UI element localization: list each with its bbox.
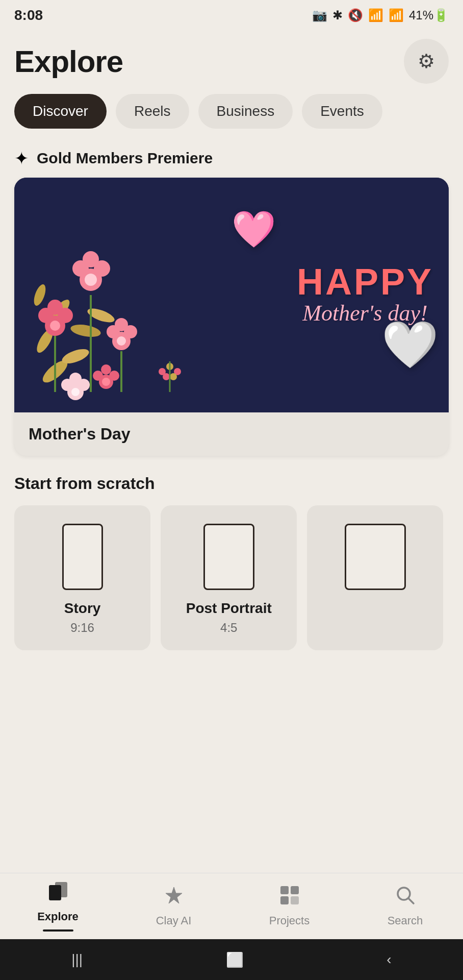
tab-discover[interactable]: Discover (14, 94, 107, 129)
settings-button[interactable]: ⚙ (404, 39, 449, 84)
happy-text: HAPPY (297, 263, 433, 300)
camera-icon: 📷 (312, 8, 327, 22)
story-format-name: Story (64, 600, 101, 617)
svg-point-39 (163, 373, 170, 380)
heart-decoration-1: 🩷 (232, 208, 276, 250)
tab-business[interactable]: Business (198, 94, 293, 129)
svg-rect-42 (55, 882, 67, 897)
svg-point-20 (115, 318, 128, 331)
svg-point-31 (71, 388, 80, 396)
svg-point-26 (102, 378, 110, 386)
format-card-extra[interactable]: ··· (307, 505, 443, 650)
scratch-section: Start from scratch Story 9:16 Post Portr… (0, 474, 463, 665)
explore-icon (48, 881, 68, 906)
status-icons: 📷 ✱ 🔇 📶 📶 41%🔋 (312, 8, 449, 22)
gear-icon: ⚙ (418, 50, 435, 72)
tab-reels[interactable]: Reels (116, 94, 189, 129)
svg-point-15 (47, 300, 63, 315)
svg-line-48 (408, 898, 414, 903)
portrait-format-icon (203, 524, 254, 590)
gold-star-icon: ✦ (14, 148, 29, 168)
android-home-icon[interactable]: ⬜ (226, 951, 244, 968)
svg-rect-45 (280, 896, 289, 904)
svg-point-3 (70, 323, 102, 339)
nav-item-explore[interactable]: Explore (0, 881, 116, 932)
page-title: Explore (14, 44, 123, 79)
signal-icon: 📶 (389, 8, 404, 22)
projects-icon (279, 885, 300, 910)
format-card-story[interactable]: Story 9:16 (14, 505, 150, 650)
header: Explore ⚙ (0, 31, 463, 94)
featured-card-label: Mother's Day (14, 412, 449, 456)
extra-format-name: ··· (369, 600, 381, 617)
featured-image: 🩷 🤍 HAPPY Mother's day! (14, 178, 449, 412)
mothers-day-text-overlay: HAPPY Mother's day! (297, 263, 433, 327)
android-menu-icon[interactable]: ||| (71, 951, 83, 968)
android-nav-bar: ||| ⬜ ‹ (0, 939, 463, 980)
nav-item-search[interactable]: Search (347, 885, 463, 927)
format-card-portrait[interactable]: Post Portrait 4:5 (161, 505, 297, 650)
search-icon (395, 885, 416, 910)
svg-point-23 (109, 371, 119, 381)
nav-label-projects: Projects (269, 914, 310, 927)
svg-rect-46 (291, 896, 299, 904)
wifi-icon: 📶 (368, 8, 383, 22)
nav-item-projects[interactable]: Projects (232, 885, 347, 927)
gold-section-title: Gold Members Premiere (37, 150, 213, 167)
bottom-nav: Explore Clay AI Projects Se (0, 873, 463, 939)
story-format-icon (62, 524, 103, 590)
svg-rect-43 (280, 886, 289, 894)
android-back-icon[interactable]: ‹ (387, 951, 391, 968)
svg-point-6 (32, 283, 48, 307)
gold-section-header: ✦ Gold Members Premiere (0, 143, 463, 178)
featured-card[interactable]: 🩷 🤍 HAPPY Mother's day! Mother's Day (14, 178, 449, 456)
nav-label-search: Search (388, 914, 423, 927)
nav-item-clay-ai[interactable]: Clay AI (116, 885, 232, 927)
story-format-ratio: 9:16 (70, 621, 94, 635)
svg-point-11 (85, 274, 97, 286)
mute-icon: 🔇 (348, 8, 363, 22)
portrait-format-name: Post Portrait (186, 600, 272, 617)
status-bar: 8:08 📷 ✱ 🔇 📶 📶 41%🔋 (0, 0, 463, 31)
tab-events[interactable]: Events (302, 94, 382, 129)
svg-point-30 (69, 373, 82, 385)
portrait-format-ratio: 4:5 (220, 621, 237, 635)
svg-point-21 (117, 336, 126, 346)
bluetooth-icon: ✱ (332, 8, 343, 22)
mothers-day-subtext: Mother's day! (297, 300, 433, 327)
svg-point-38 (170, 373, 177, 380)
svg-point-10 (83, 251, 99, 267)
nav-label-explore: Explore (37, 910, 79, 923)
scratch-cards-container: Story 9:16 Post Portrait 4:5 ··· (14, 505, 449, 650)
floral-decoration (14, 178, 259, 412)
nav-label-clay-ai: Clay AI (156, 914, 192, 927)
category-tabs: Discover Reels Business Events (0, 94, 463, 143)
clay-ai-icon (164, 885, 184, 910)
svg-point-24 (93, 371, 103, 381)
battery-text: 41%🔋 (409, 8, 449, 22)
svg-rect-44 (291, 886, 299, 894)
nav-active-bar (43, 929, 73, 932)
extra-format-icon (345, 524, 406, 590)
svg-point-25 (101, 364, 111, 375)
status-time: 8:08 (14, 7, 43, 23)
svg-point-16 (50, 321, 60, 331)
scratch-section-title: Start from scratch (14, 474, 449, 493)
